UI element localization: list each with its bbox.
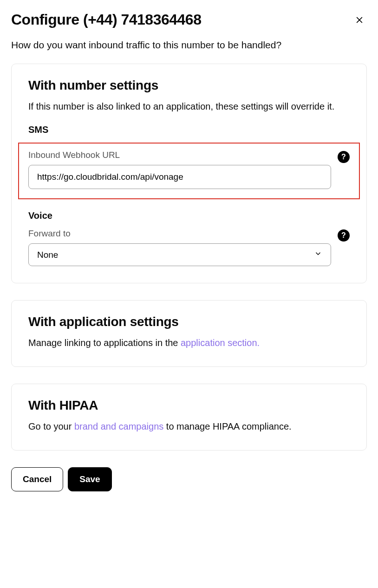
help-icon-voice[interactable]: ? bbox=[338, 229, 350, 242]
sms-section-label: SMS bbox=[28, 124, 350, 135]
help-icon-sms[interactable]: ? bbox=[338, 151, 350, 163]
page-subtitle: How do you want inbound traffic to this … bbox=[11, 39, 367, 51]
inbound-webhook-label: Inbound Webhook URL bbox=[28, 150, 331, 160]
save-button[interactable]: Save bbox=[68, 467, 111, 491]
voice-section-label: Voice bbox=[28, 210, 350, 221]
application-section-link[interactable]: application section. bbox=[181, 338, 260, 348]
hipaa-heading: With HIPAA bbox=[28, 398, 350, 413]
panel-application-settings: With application settings Manage linking… bbox=[11, 300, 367, 367]
number-settings-desc: If this number is also linked to an appl… bbox=[28, 99, 350, 113]
forward-to-label: Forward to bbox=[28, 229, 331, 239]
inbound-webhook-input[interactable] bbox=[28, 165, 331, 189]
forward-to-value: None bbox=[37, 250, 58, 260]
cancel-button[interactable]: Cancel bbox=[11, 467, 63, 491]
brand-and-campaigns-link[interactable]: brand and campaigns bbox=[74, 421, 163, 431]
hipaa-desc-suffix: to manage HIPAA compliance. bbox=[163, 421, 291, 431]
hipaa-desc-prefix: Go to your bbox=[28, 421, 74, 431]
footer-buttons: Cancel Save bbox=[11, 467, 367, 491]
forward-to-select[interactable]: None bbox=[28, 243, 331, 266]
panel-hipaa: With HIPAA Go to your brand and campaign… bbox=[11, 384, 367, 451]
hipaa-desc: Go to your brand and campaigns to manage… bbox=[28, 419, 350, 433]
sms-webhook-highlight: Inbound Webhook URL ? bbox=[18, 143, 360, 199]
number-settings-heading: With number settings bbox=[28, 78, 350, 93]
page-title: Configure (+44) 7418364468 bbox=[11, 11, 201, 28]
application-settings-desc: Manage linking to applications in the ap… bbox=[28, 336, 350, 350]
chevron-down-icon bbox=[314, 249, 322, 260]
modal-header: Configure (+44) 7418364468 bbox=[11, 8, 367, 39]
application-settings-heading: With application settings bbox=[28, 314, 350, 329]
close-icon bbox=[355, 15, 364, 25]
close-button[interactable] bbox=[352, 13, 367, 27]
app-desc-prefix: Manage linking to applications in the bbox=[28, 338, 181, 348]
panel-number-settings: With number settings If this number is a… bbox=[11, 64, 367, 283]
